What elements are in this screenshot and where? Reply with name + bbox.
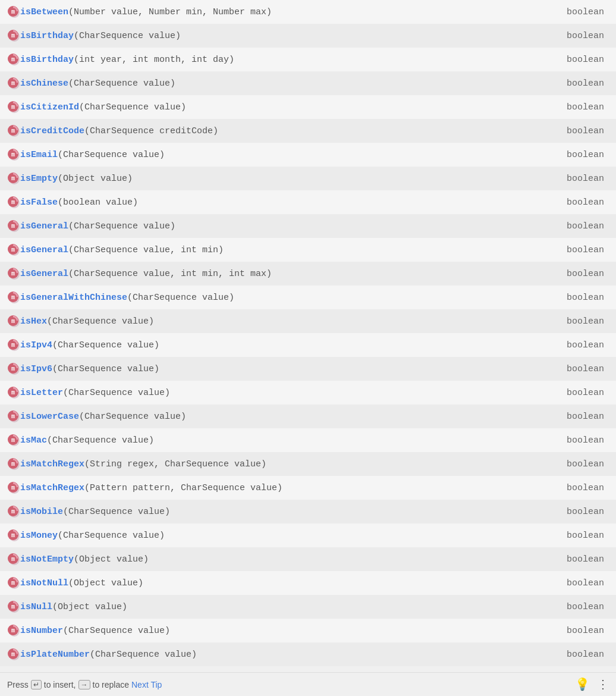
method-name: isCreditCode bbox=[20, 126, 84, 136]
list-item[interactable]: m isMoney(CharSequence value)boolean bbox=[0, 523, 616, 547]
method-signature: isLowerCase(CharSequence value) bbox=[20, 412, 549, 422]
bulb-icon[interactable]: 💡 bbox=[575, 677, 590, 692]
list-item[interactable]: m isLowerCase(CharSequence value)boolean bbox=[0, 405, 616, 428]
method-params: (CharSequence value) bbox=[63, 626, 170, 636]
svg-text:m: m bbox=[11, 532, 15, 539]
method-icon: m bbox=[7, 5, 20, 18]
method-params: (CharSequence value, int min) bbox=[68, 245, 224, 255]
method-icon: m bbox=[7, 220, 20, 233]
method-signature: isMatchRegex(String regex, CharSequence … bbox=[20, 459, 549, 469]
svg-text:m: m bbox=[11, 556, 15, 563]
method-return-type: boolean bbox=[549, 269, 609, 279]
svg-text:m: m bbox=[11, 318, 15, 325]
list-item[interactable]: m isLetter(CharSequence value)boolean bbox=[0, 381, 616, 405]
method-signature: isNotNull(Object value) bbox=[20, 578, 549, 588]
method-params: (Object value) bbox=[74, 554, 149, 565]
method-name: isNull bbox=[20, 602, 52, 612]
method-params: (CharSequence value) bbox=[127, 293, 234, 303]
method-params: (CharSequence value) bbox=[47, 435, 154, 446]
list-item[interactable]: m isBetween(Number value, Number min, Nu… bbox=[0, 0, 616, 24]
svg-text:m: m bbox=[11, 509, 15, 515]
list-item[interactable]: m isNumber(CharSequence value)boolean bbox=[0, 619, 616, 642]
list-item[interactable]: m isGeneral(CharSequence value)boolean bbox=[0, 214, 616, 238]
method-name: isBirthday bbox=[20, 55, 74, 65]
next-tip-button[interactable]: Next Tip bbox=[131, 680, 162, 689]
replace-label: to replace bbox=[93, 680, 129, 689]
method-name: isMobile bbox=[20, 507, 63, 517]
method-icon: m bbox=[7, 53, 20, 66]
method-name: isEmail bbox=[20, 150, 58, 160]
list-item[interactable]: m isNotNull(Object value)boolean bbox=[0, 571, 616, 595]
method-signature: isNull(Object value) bbox=[20, 602, 549, 612]
list-item[interactable]: m isIpv4(CharSequence value)boolean bbox=[0, 333, 616, 357]
list-item[interactable]: m isGeneral(CharSequence value, int min)… bbox=[0, 238, 616, 262]
svg-text:m: m bbox=[11, 9, 15, 15]
method-list: m isBetween(Number value, Number min, Nu… bbox=[0, 0, 616, 672]
list-item[interactable]: m isFalse(boolean value)boolean bbox=[0, 190, 616, 214]
list-item[interactable]: m isEmpty(Object value)boolean bbox=[0, 167, 616, 190]
method-icon: m bbox=[7, 624, 20, 637]
method-signature: isGeneralWithChinese(CharSequence value) bbox=[20, 293, 549, 303]
method-icon: m bbox=[7, 148, 20, 161]
method-signature: isGeneral(CharSequence value) bbox=[20, 221, 549, 231]
method-icon: m bbox=[7, 29, 20, 42]
list-item[interactable]: m isMobile(CharSequence value)boolean bbox=[0, 500, 616, 523]
list-item[interactable]: m isEmail(CharSequence value)boolean bbox=[0, 143, 616, 167]
method-params: (CharSequence value) bbox=[74, 31, 181, 41]
list-item[interactable]: m isNotEmpty(Object value)boolean bbox=[0, 547, 616, 571]
method-return-type: boolean bbox=[549, 126, 609, 136]
method-signature: isPlateNumber(CharSequence value) bbox=[20, 650, 549, 660]
svg-text:m: m bbox=[11, 33, 15, 39]
method-icon: m bbox=[7, 172, 20, 185]
method-icon: m bbox=[7, 386, 20, 399]
method-signature: isMoney(CharSequence value) bbox=[20, 531, 549, 541]
method-icon: m bbox=[7, 77, 20, 90]
method-name: isGeneral bbox=[20, 221, 68, 231]
list-item[interactable]: m isMac(CharSequence value)boolean bbox=[0, 428, 616, 452]
more-options-icon[interactable]: ⋮ bbox=[597, 677, 609, 692]
method-return-type: boolean bbox=[549, 459, 609, 469]
method-icon: m bbox=[7, 196, 20, 209]
list-item[interactable]: m isPlateNumber(CharSequence value)boole… bbox=[0, 642, 616, 666]
method-name: isGeneralWithChinese bbox=[20, 293, 127, 303]
insert-label: to insert, bbox=[44, 680, 76, 689]
list-item[interactable]: m isBirthday(int year, int month, int da… bbox=[0, 48, 616, 71]
method-icon: m bbox=[7, 457, 20, 471]
method-icon: m bbox=[7, 648, 20, 661]
list-item[interactable]: m isIpv6(CharSequence value)boolean bbox=[0, 357, 616, 381]
list-item[interactable]: m isCitizenId(CharSequence value)boolean bbox=[0, 95, 616, 119]
list-item[interactable]: m isBirthday(CharSequence value)boolean bbox=[0, 24, 616, 48]
list-item[interactable]: m isMatchRegex(String regex, CharSequenc… bbox=[0, 452, 616, 476]
method-icon: m bbox=[7, 243, 20, 256]
method-name: isMatchRegex bbox=[20, 483, 84, 493]
method-name: isEmpty bbox=[20, 174, 58, 184]
method-name: isIpv6 bbox=[20, 364, 52, 374]
method-icon: m bbox=[7, 101, 20, 114]
method-name: isHex bbox=[20, 316, 47, 327]
method-params: (String regex, CharSequence value) bbox=[84, 459, 266, 469]
list-item[interactable]: m isNull(Object value)boolean bbox=[0, 595, 616, 619]
svg-text:m: m bbox=[11, 366, 15, 372]
method-return-type: boolean bbox=[549, 507, 609, 517]
method-params: (Object value) bbox=[52, 602, 127, 612]
svg-text:m: m bbox=[11, 461, 15, 468]
method-name: isMoney bbox=[20, 531, 58, 541]
method-return-type: boolean bbox=[549, 364, 609, 374]
method-return-type: boolean bbox=[549, 293, 609, 303]
list-item[interactable]: m isHex(CharSequence value)boolean bbox=[0, 309, 616, 333]
method-signature: isIpv4(CharSequence value) bbox=[20, 340, 549, 350]
list-item[interactable]: m isMatchRegex(Pattern pattern, CharSequ… bbox=[0, 476, 616, 500]
list-item[interactable]: m isCreditCode(CharSequence creditCode)b… bbox=[0, 119, 616, 143]
svg-text:m: m bbox=[11, 247, 15, 253]
method-name: isGeneral bbox=[20, 269, 68, 279]
list-item[interactable]: m isChinese(CharSequence value)boolean bbox=[0, 71, 616, 95]
method-signature: isLetter(CharSequence value) bbox=[20, 388, 549, 398]
method-return-type: boolean bbox=[549, 483, 609, 493]
method-name: isBetween bbox=[20, 7, 68, 17]
svg-text:m: m bbox=[11, 199, 15, 206]
list-item[interactable]: m isGeneralWithChinese(CharSequence valu… bbox=[0, 286, 616, 309]
svg-text:m: m bbox=[11, 437, 15, 444]
method-name: isLowerCase bbox=[20, 412, 79, 422]
list-item[interactable]: m isGeneral(CharSequence value, int min,… bbox=[0, 262, 616, 286]
method-params: (Object value) bbox=[58, 174, 133, 184]
